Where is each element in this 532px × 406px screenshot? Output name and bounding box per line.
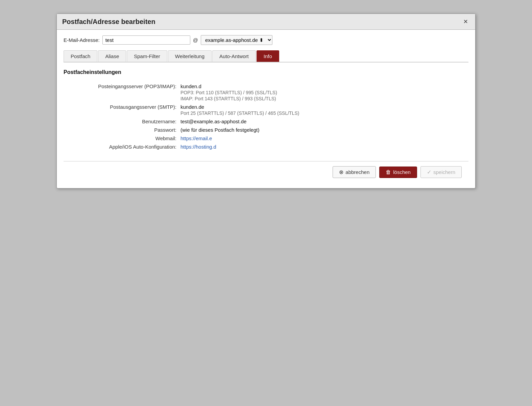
tab-weiterleitung[interactable]: Weiterleitung xyxy=(168,50,212,62)
tab-spam-filter[interactable]: Spam-Filter xyxy=(127,50,167,62)
row-value: test@example.as-apphost.de xyxy=(178,117,468,126)
row-label: Webmail: xyxy=(64,134,178,143)
section-title: Postfacheinstellungen xyxy=(64,69,468,75)
cancel-label: abbrechen xyxy=(345,169,369,175)
email-address-row: E-Mail-Adresse: @ example.as-apphost.de … xyxy=(64,35,468,45)
row-label: Posteingangsserver (POP3/IMAP): xyxy=(64,82,178,103)
domain-select[interactable]: example.as-apphost.de ⬍ xyxy=(201,35,272,45)
server-value: kunden.d xyxy=(180,83,201,89)
delete-icon: 🗑 xyxy=(386,169,391,175)
table-row: Apple/iOS Auto-Konfiguration: https://ho… xyxy=(64,143,468,151)
cancel-icon: ⊗ xyxy=(339,169,343,175)
row-value: https://hosting.d xyxy=(178,143,468,151)
row-value: kunden.de Port 25 (STARTTLS) / 587 (STAR… xyxy=(178,103,468,117)
cancel-button[interactable]: ⊗ abbrechen xyxy=(333,166,376,178)
row-label: Passwort: xyxy=(64,126,178,134)
table-row: Postausgangsserver (SMTP): kunden.de Por… xyxy=(64,103,468,117)
tab-auto-antwort[interactable]: Auto-Antwort xyxy=(212,50,256,62)
smtp-value: kunden.de xyxy=(180,104,204,110)
table-row: Posteingangsserver (POP3/IMAP): kunden.d… xyxy=(64,82,468,103)
table-row: Benutzername: test@example.as-apphost.de xyxy=(64,117,468,126)
save-button[interactable]: ✓ speichern xyxy=(420,166,462,178)
delete-button[interactable]: 🗑 löschen xyxy=(379,167,417,178)
dialog-footer: ⊗ abbrechen 🗑 löschen ✓ speichern xyxy=(64,161,468,183)
webmail-link[interactable]: https://email.e xyxy=(180,135,212,141)
sub-line-1: POP3: Port 110 (STARTTLS) / 995 (SSL/TLS… xyxy=(180,90,466,95)
table-row: Passwort: (wie für dieses Postfach festg… xyxy=(64,126,468,134)
dialog-body: E-Mail-Adresse: @ example.as-apphost.de … xyxy=(57,30,475,188)
tab-postfach[interactable]: Postfach xyxy=(64,50,97,62)
dialog-title: Postfach/Adresse bearbeiten xyxy=(62,18,155,26)
tabs: Postfach Aliase Spam-Filter Weiterleitun… xyxy=(64,50,468,62)
email-local-input[interactable] xyxy=(102,35,190,45)
tab-aliase[interactable]: Aliase xyxy=(98,50,126,62)
tab-info[interactable]: Info xyxy=(257,50,279,62)
table-row: Webmail: https://email.e xyxy=(64,134,468,143)
row-value: kunden.d POP3: Port 110 (STARTTLS) / 995… xyxy=(178,82,468,103)
row-label: Benutzername: xyxy=(64,117,178,126)
dialog-titlebar: Postfach/Adresse bearbeiten × xyxy=(57,14,475,30)
info-table: Posteingangsserver (POP3/IMAP): kunden.d… xyxy=(64,82,468,151)
save-label: speichern xyxy=(433,169,455,175)
email-address-label: E-Mail-Adresse: xyxy=(64,37,100,43)
at-sign: @ xyxy=(193,37,198,43)
delete-label: löschen xyxy=(393,169,411,175)
dialog: Postfach/Adresse bearbeiten × E-Mail-Adr… xyxy=(56,14,476,188)
row-label: Apple/iOS Auto-Konfiguration: xyxy=(64,143,178,151)
sub-line-smtp: Port 25 (STARTTLS) / 587 (STARTTLS) / 46… xyxy=(180,110,466,116)
row-value: (wie für dieses Postfach festgelegt) xyxy=(178,126,468,134)
row-value: https://email.e xyxy=(178,134,468,143)
close-button[interactable]: × xyxy=(461,17,470,26)
info-section: Postfacheinstellungen Posteingangsserver… xyxy=(64,69,468,151)
sub-line-2: IMAP: Port 143 (STARTTLS) / 993 (SSL/TLS… xyxy=(180,96,466,101)
save-icon: ✓ xyxy=(427,169,431,175)
row-label: Postausgangsserver (SMTP): xyxy=(64,103,178,117)
ios-config-link[interactable]: https://hosting.d xyxy=(180,144,216,150)
